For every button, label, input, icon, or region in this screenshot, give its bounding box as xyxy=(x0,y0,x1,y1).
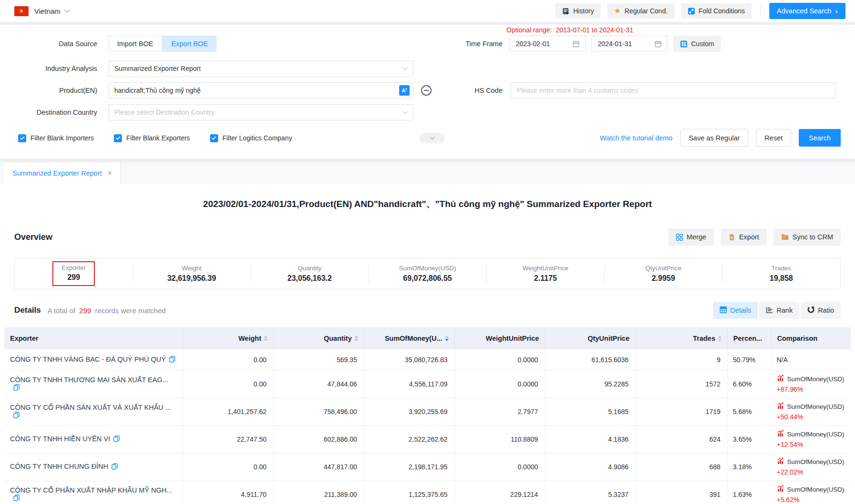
copy-icon[interactable] xyxy=(113,435,120,444)
copy-icon[interactable] xyxy=(13,412,20,420)
checkbox-checked-icon[interactable] xyxy=(18,134,26,142)
qty-unit-price-cell: 5.1685 xyxy=(545,398,635,425)
column-header-comparison: Comparison xyxy=(771,327,851,349)
stat-label: Weight xyxy=(181,265,201,272)
column-header-trades[interactable]: Trades xyxy=(635,327,727,349)
trend-up-icon xyxy=(777,457,785,467)
stat-value: 69,072,806.55 xyxy=(403,274,452,283)
tutorial-demo-link[interactable]: Watch the tutorial demo xyxy=(600,134,673,142)
export-boe-button[interactable]: Export BOE xyxy=(162,36,217,52)
sort-carets-icon[interactable] xyxy=(718,336,722,341)
stat-value: 2.9959 xyxy=(652,274,675,283)
exporter-name-cell: CÔNG TY CỔ PHẦN SẢN XUẤT VÀ XUẤT KHẨU ..… xyxy=(4,398,183,425)
filter-checkbox-item[interactable]: Filter Logitics Company xyxy=(210,134,292,142)
sort-asc-icon[interactable] xyxy=(718,336,722,338)
hs-code-input[interactable] xyxy=(511,82,836,99)
hs-code-label: HS Code xyxy=(405,82,503,99)
sort-carets-icon[interactable] xyxy=(264,336,268,341)
merge-button[interactable]: Merge xyxy=(668,228,714,246)
sort-desc-icon[interactable] xyxy=(718,339,722,341)
sort-asc-icon[interactable] xyxy=(354,336,358,338)
fold-conditions-button[interactable]: Fold Conditions xyxy=(681,3,752,19)
quantity-cell: 569.35 xyxy=(273,349,364,370)
chevron-down-icon[interactable] xyxy=(64,7,70,12)
view-button-rank[interactable]: Rank xyxy=(759,302,799,319)
view-button-label: Details xyxy=(730,306,751,314)
sort-asc-icon[interactable] xyxy=(264,336,268,338)
tab-summarized-exporter-report[interactable]: Summarized Exporter Report × xyxy=(4,162,121,184)
industry-analysis-select[interactable]: Summarized Exporter Report xyxy=(108,60,413,77)
exporter-name[interactable]: CÔNG TY TNHH HIỀN UYÊN VI xyxy=(10,435,110,443)
stat-value: 2.1175 xyxy=(534,274,557,283)
copy-icon[interactable] xyxy=(111,463,118,471)
sort-asc-icon[interactable] xyxy=(445,336,449,338)
star-icon: ★ xyxy=(614,7,621,15)
column-header-sumofmoneyu[interactable]: SumOfMoney(U... xyxy=(364,327,454,349)
sort-desc-icon[interactable] xyxy=(264,339,268,341)
search-button[interactable]: Search xyxy=(799,129,841,147)
table-row[interactable]: CÔNG TY TNHH THƯƠNG MẠI SẢN XUẤT EAG...0… xyxy=(4,370,851,398)
custom-range-button[interactable]: Custom xyxy=(674,36,721,52)
advanced-search-button[interactable]: Advanced Search › xyxy=(769,3,845,19)
table-row[interactable]: CÔNG TY CỔ PHẦN SẢN XUẤT VÀ XUẤT KHẨU ..… xyxy=(4,398,851,425)
copy-icon[interactable] xyxy=(13,494,20,503)
stat-label: WeightUnitPrice xyxy=(523,265,569,272)
column-header-weightunitprice: WeightUnitPrice xyxy=(454,327,545,349)
sort-carets-icon[interactable] xyxy=(354,336,358,341)
table-row[interactable]: CÔNG TY CỔ PHẦN XUẤT NHẬP KHẨU MỸ NGH...… xyxy=(4,481,851,504)
column-header-weight[interactable]: Weight xyxy=(183,327,273,349)
sum-of-money-cell: 35,080,726.83 xyxy=(364,349,454,370)
table-row[interactable]: CÔNG TY TNHH CHUNG ĐỈNH0.00447,817.002,1… xyxy=(4,453,851,481)
import-boe-button[interactable]: Import BOE xyxy=(108,36,162,52)
copy-icon[interactable] xyxy=(169,356,175,364)
weight-unit-price-cell: 229.1214 xyxy=(454,481,545,504)
quantity-cell: 602,886.00 xyxy=(273,425,364,453)
regular-cond-button[interactable]: ★ Regular Cond. xyxy=(607,3,674,19)
collapse-conditions-button[interactable] xyxy=(419,133,445,143)
tab-close-icon[interactable]: × xyxy=(108,169,112,177)
column-label: Trades xyxy=(693,335,715,342)
export-button[interactable]: Export xyxy=(721,228,767,246)
view-button-ratio[interactable]: Ratio xyxy=(801,302,841,319)
qty-unit-price-cell: 4.9086 xyxy=(545,453,635,481)
product-en-input[interactable]: handicraft;Thủ công mỹ nghệ A xyxy=(108,82,413,99)
exporter-name[interactable]: CÔNG TY CỔ PHẦN SẢN XUẤT VÀ XUẤT KHẨU ..… xyxy=(10,404,171,411)
checkbox-checked-icon[interactable] xyxy=(114,134,122,142)
sort-desc-icon[interactable] xyxy=(445,339,449,341)
exporter-name[interactable]: CÔNG TY TNHH THƯƠNG MẠI SẢN XUẤT EAG... xyxy=(10,376,168,384)
sort-desc-icon[interactable] xyxy=(354,339,358,341)
report-area: 2023/02/01-2024/01/31,Product(EN) AND"ha… xyxy=(0,184,855,504)
report-title: 2023/02/01-2024/01/31,Product(EN) AND"ha… xyxy=(0,198,855,210)
comparison-cell: SumOfMoney(USD)+87.96% xyxy=(771,370,851,398)
date-from-field[interactable]: 2023-02-01 xyxy=(510,36,586,52)
history-button[interactable]: History xyxy=(555,3,601,19)
filter-checkbox-item[interactable]: Filter Blank Importers xyxy=(18,134,94,142)
column-label: Quantity xyxy=(324,335,352,342)
country-selector-label[interactable]: Vietnam xyxy=(34,7,60,15)
table-row[interactable]: CÔNG TY TNHH HIỀN UYÊN VI22,747.50602,88… xyxy=(4,425,851,453)
overview-stat: WeightUnitPrice2.1175 xyxy=(486,258,604,289)
exporter-name[interactable]: CÔNG TY TNHH VÀNG BẠC - ĐÁ QUÝ PHÚ QUÝ xyxy=(10,356,166,363)
weight-unit-price-cell: 2.7977 xyxy=(454,398,545,425)
fold-icon xyxy=(688,8,695,15)
exporter-name[interactable]: CÔNG TY CỔ PHẦN XUẤT NHẬP KHẨU MỸ NGH... xyxy=(10,486,172,494)
checkbox-checked-icon[interactable] xyxy=(210,134,218,142)
table-row[interactable]: CÔNG TY TNHH VÀNG BẠC - ĐÁ QUÝ PHÚ QUÝ0.… xyxy=(4,349,851,370)
date-to-field[interactable]: 2024-01-31 xyxy=(592,36,668,52)
tab-bar: Summarized Exporter Report × xyxy=(0,162,855,184)
quantity-cell: 47,844.06 xyxy=(273,370,364,398)
sync-to-crm-button[interactable]: Sync to CRM xyxy=(774,228,841,246)
view-button-details[interactable]: Details xyxy=(713,302,758,319)
column-header-quantity[interactable]: Quantity xyxy=(273,327,364,349)
destination-country-select[interactable]: Please select Destination Country xyxy=(108,104,413,120)
sort-carets-icon[interactable] xyxy=(445,336,449,341)
checkbox-label: Filter Logitics Company xyxy=(222,134,292,142)
exporter-name[interactable]: CÔNG TY TNHH CHUNG ĐỈNH xyxy=(10,463,108,470)
filter-checkbox-item[interactable]: Filter Blank Exporters xyxy=(114,134,190,142)
copy-icon[interactable] xyxy=(13,384,20,392)
calendar-icon xyxy=(654,40,662,48)
comparison-metric-label: SumOfMoney(USD) xyxy=(787,457,845,467)
save-as-regular-button[interactable]: Save as Regular xyxy=(680,129,748,147)
reset-button[interactable]: Reset xyxy=(756,129,791,147)
stat-value: 19,858 xyxy=(770,274,793,283)
